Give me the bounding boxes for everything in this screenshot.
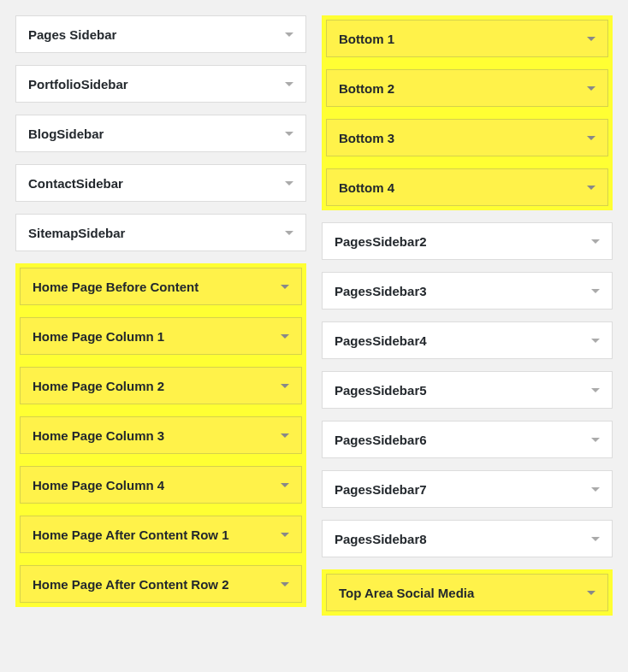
widget-area-pages-sidebar-3[interactable]: PagesSidebar3	[322, 272, 613, 309]
chevron-down-icon	[285, 132, 293, 136]
widget-area-home-after-row-2[interactable]: Home Page After Content Row 2	[20, 565, 302, 603]
widget-area-home-column-3[interactable]: Home Page Column 3	[20, 416, 302, 454]
widget-label: PagesSidebar3	[335, 284, 584, 298]
chevron-down-icon	[591, 239, 600, 244]
widget-area-home-after-row-1[interactable]: Home Page After Content Row 1	[20, 516, 302, 553]
widget-label: PagesSidebar2	[335, 234, 584, 249]
widget-label: PagesSidebar5	[335, 383, 584, 398]
chevron-down-icon	[281, 483, 289, 487]
chevron-down-icon	[591, 289, 600, 293]
widget-label: ContactSidebar	[28, 176, 278, 191]
widget-label: Home Page Column 4	[33, 478, 274, 492]
widget-area-pages-sidebar[interactable]: Pages Sidebar	[15, 15, 306, 53]
highlighted-group-home-page: Home Page Before Content Home Page Colum…	[15, 263, 306, 607]
chevron-down-icon	[591, 537, 600, 541]
widget-area-bottom-1[interactable]: Bottom 1	[326, 20, 608, 57]
widget-area-pages-sidebar-8[interactable]: PagesSidebar8	[322, 520, 613, 557]
chevron-down-icon	[281, 533, 289, 537]
widget-area-contact-sidebar[interactable]: ContactSidebar	[15, 164, 306, 202]
chevron-down-icon	[285, 32, 293, 37]
widget-label: Home Page Column 1	[33, 329, 274, 344]
widget-area-pages-sidebar-5[interactable]: PagesSidebar5	[322, 371, 613, 409]
widget-area-sitemap-sidebar[interactable]: SitemapSidebar	[15, 214, 306, 251]
chevron-down-icon	[281, 334, 289, 339]
widget-label: PagesSidebar8	[335, 532, 584, 546]
highlighted-group-top-area: Top Area Social Media	[322, 569, 613, 616]
widget-label: Bottom 1	[339, 32, 580, 46]
widget-area-pages-sidebar-6[interactable]: PagesSidebar6	[322, 421, 613, 458]
widget-label: Bottom 4	[339, 180, 580, 195]
chevron-down-icon	[591, 388, 600, 392]
chevron-down-icon	[281, 433, 289, 438]
widget-area-home-column-1[interactable]: Home Page Column 1	[20, 317, 302, 355]
chevron-down-icon	[587, 591, 595, 595]
widget-area-bottom-4[interactable]: Bottom 4	[326, 168, 608, 206]
right-column: Bottom 1 Bottom 2 Bottom 3 Bottom 4 Page…	[322, 15, 613, 616]
widget-area-portfolio-sidebar[interactable]: PortfolioSidebar	[15, 65, 306, 103]
widget-label: Home Page Before Content	[33, 280, 274, 294]
chevron-down-icon	[591, 339, 600, 343]
chevron-down-icon	[587, 186, 595, 190]
chevron-down-icon	[285, 82, 293, 86]
widget-areas-container: Pages Sidebar PortfolioSidebar BlogSideb…	[0, 0, 628, 631]
widget-area-bottom-3[interactable]: Bottom 3	[326, 119, 608, 156]
chevron-down-icon	[587, 37, 595, 41]
widget-area-home-column-2[interactable]: Home Page Column 2	[20, 367, 302, 404]
widget-label: Bottom 2	[339, 81, 580, 96]
chevron-down-icon	[281, 384, 289, 388]
widget-label: SitemapSidebar	[28, 226, 278, 240]
widget-label: Home Page After Content Row 2	[33, 577, 274, 592]
widget-label: Home Page Column 3	[33, 428, 274, 443]
left-column: Pages Sidebar PortfolioSidebar BlogSideb…	[15, 15, 306, 616]
chevron-down-icon	[281, 285, 289, 289]
widget-label: Home Page Column 2	[33, 379, 274, 393]
widget-label: Bottom 3	[339, 131, 580, 145]
widget-label: PortfolioSidebar	[28, 77, 278, 91]
widget-area-pages-sidebar-2[interactable]: PagesSidebar2	[322, 222, 613, 260]
widget-area-home-column-4[interactable]: Home Page Column 4	[20, 466, 302, 504]
chevron-down-icon	[281, 582, 289, 587]
widget-area-pages-sidebar-4[interactable]: PagesSidebar4	[322, 321, 613, 359]
widget-area-home-before-content[interactable]: Home Page Before Content	[20, 268, 302, 305]
widget-label: Home Page After Content Row 1	[33, 528, 274, 542]
widget-label: Pages Sidebar	[28, 27, 278, 42]
widget-area-blog-sidebar[interactable]: BlogSidebar	[15, 115, 306, 152]
chevron-down-icon	[587, 136, 595, 140]
chevron-down-icon	[285, 181, 293, 186]
widget-label: PagesSidebar6	[335, 433, 584, 447]
widget-area-pages-sidebar-7[interactable]: PagesSidebar7	[322, 470, 613, 508]
chevron-down-icon	[591, 438, 600, 442]
widget-label: BlogSidebar	[28, 127, 278, 141]
chevron-down-icon	[591, 487, 600, 492]
widget-label: Top Area Social Media	[339, 586, 580, 600]
chevron-down-icon	[587, 86, 595, 91]
highlighted-group-bottom: Bottom 1 Bottom 2 Bottom 3 Bottom 4	[322, 15, 613, 210]
widget-area-top-area-social-media[interactable]: Top Area Social Media	[326, 574, 608, 611]
widget-label: PagesSidebar4	[335, 333, 584, 348]
widget-label: PagesSidebar7	[335, 482, 584, 497]
widget-area-bottom-2[interactable]: Bottom 2	[326, 69, 608, 107]
chevron-down-icon	[285, 231, 293, 235]
